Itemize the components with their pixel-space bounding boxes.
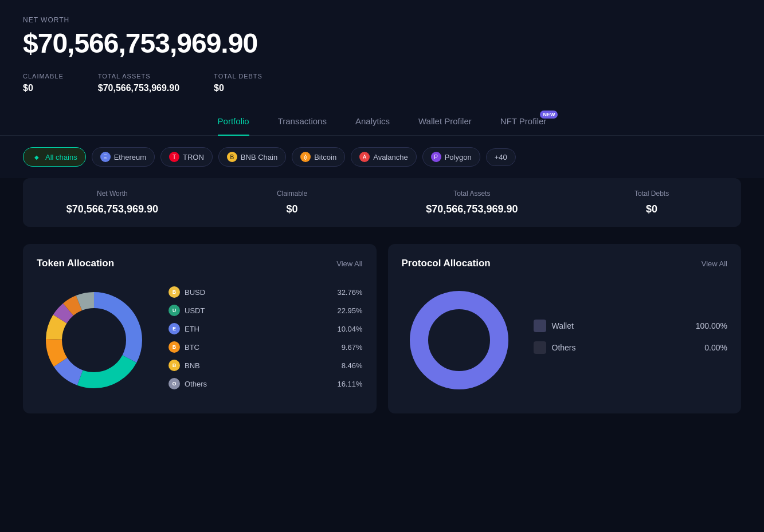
chain-label-bitcoin: Bitcoin	[314, 153, 336, 161]
token-icon: U	[169, 305, 180, 316]
token-legend-item: B BNB 8.46%	[169, 360, 363, 371]
chain-label-tron: TRON	[183, 153, 204, 161]
claimable-stat: CLAIMABLE $0	[23, 73, 64, 93]
chain-more-btn[interactable]: +40	[486, 148, 516, 166]
summary-label-0: Net Worth	[37, 190, 188, 198]
summary-value-1: $0	[217, 203, 368, 215]
token-donut-chart	[37, 283, 151, 400]
summary-cards: Net Worth $70,566,753,969.90 Claimable $…	[23, 178, 741, 227]
chain-icon-bnb: B	[227, 152, 237, 162]
chain-label-ethereum: Ethereum	[114, 153, 146, 161]
token-name: BTC	[185, 343, 337, 352]
chain-icon-tron: T	[169, 152, 179, 162]
svg-point-8	[419, 300, 499, 380]
total-debts-value: $0	[214, 83, 262, 93]
token-icon: B	[169, 286, 180, 298]
tab-nft-profiler[interactable]: NFT ProfilerNEW	[500, 116, 547, 135]
nav-tabs: PortfolioTransactionsAnalyticsWallet Pro…	[0, 105, 764, 136]
chain-icon-ethereum: Ξ	[100, 152, 111, 162]
chain-icon-avalanche: A	[359, 152, 370, 162]
chain-label-polygon: Polygon	[445, 153, 472, 161]
summary-value-3: $0	[576, 203, 727, 215]
tab-transactions[interactable]: Transactions	[278, 116, 327, 135]
token-name: ETH	[185, 325, 332, 333]
token-pct: 9.67%	[342, 343, 363, 352]
protocol-legend: Wallet 100.00% Others 0.00%	[534, 320, 728, 363]
summary-label-3: Total Debts	[576, 190, 727, 198]
protocol-view-all-btn[interactable]: View All	[702, 259, 727, 268]
total-assets-value: $70,566,753,969.90	[98, 83, 179, 93]
token-pct: 22.95%	[337, 306, 362, 315]
token-view-all-btn[interactable]: View All	[336, 259, 362, 268]
chain-btn-bitcoin[interactable]: ₿Bitcoin	[292, 147, 345, 167]
top-section: NET WORTH $70,566,753,969.90 CLAIMABLE $…	[0, 0, 764, 105]
net-worth-label: NET WORTH	[23, 16, 741, 24]
total-debts-label: TOTAL DEBTS	[214, 73, 262, 80]
chain-btn-all-chains[interactable]: ◆All chains	[23, 147, 86, 167]
chain-icon-all-chains: ◆	[32, 152, 42, 162]
token-icon: B	[169, 341, 180, 353]
tab-wallet-profiler[interactable]: Wallet Profiler	[418, 116, 472, 135]
token-icon: O	[169, 378, 180, 389]
token-allocation-title: Token Allocation	[37, 258, 114, 269]
summary-value-2: $70,566,753,969.90	[397, 203, 548, 215]
token-icon: E	[169, 323, 180, 334]
token-legend-item: E ETH 10.04%	[169, 323, 363, 334]
protocol-pct: 100.00%	[696, 321, 727, 330]
protocol-allocation-panel: Protocol Allocation View All Wallet 100.…	[388, 244, 742, 413]
chain-label-bnb: BNB Chain	[241, 153, 277, 161]
summary-label-2: Total Assets	[397, 190, 548, 198]
total-assets-label: TOTAL ASSETS	[98, 73, 179, 80]
protocol-name: Wallet	[552, 321, 690, 330]
chain-icon-polygon: P	[431, 152, 441, 162]
summary-label-1: Claimable	[217, 190, 368, 198]
total-assets-stat: TOTAL ASSETS $70,566,753,969.90	[98, 73, 179, 93]
protocol-icon	[534, 341, 546, 354]
summary-card-2: Total Assets $70,566,753,969.90	[383, 178, 562, 227]
token-pct: 10.04%	[337, 325, 362, 333]
token-legend-item: U USDT 22.95%	[169, 305, 363, 316]
chain-icon-bitcoin: ₿	[300, 152, 311, 162]
net-worth-value: $70,566,753,969.90	[23, 27, 741, 59]
claimable-value: $0	[23, 83, 64, 93]
protocol-donut-chart	[402, 283, 516, 400]
protocol-name: Others	[552, 343, 699, 352]
chain-btn-ethereum[interactable]: ΞEthereum	[92, 147, 155, 167]
chain-label-avalanche: Avalanche	[373, 153, 408, 161]
token-pct: 8.46%	[342, 361, 363, 370]
claimable-label: CLAIMABLE	[23, 73, 64, 80]
chain-btn-polygon[interactable]: PPolygon	[422, 147, 480, 167]
chain-btn-bnb[interactable]: BBNB Chain	[218, 147, 286, 167]
token-legend: B BUSD 32.76% U USDT 22.95% E ETH 10.04%…	[169, 286, 363, 396]
tab-portfolio[interactable]: Portfolio	[218, 116, 249, 135]
total-debts-stat: TOTAL DEBTS $0	[214, 73, 262, 93]
chain-label-all-chains: All chains	[45, 153, 77, 161]
summary-card-3: Total Debts $0	[562, 178, 741, 227]
token-name: Others	[185, 380, 332, 388]
token-name: BNB	[185, 361, 337, 370]
token-pct: 16.11%	[337, 380, 362, 388]
protocol-legend-item: Others 0.00%	[534, 341, 728, 354]
summary-value-0: $70,566,753,969.90	[37, 203, 188, 215]
token-legend-item: B BUSD 32.76%	[169, 286, 363, 298]
chains-row: ◆All chainsΞEthereumTTRONBBNB Chain₿Bitc…	[0, 136, 764, 178]
summary-card-0: Net Worth $70,566,753,969.90	[23, 178, 202, 227]
protocol-pct: 0.00%	[704, 343, 727, 352]
chain-btn-avalanche[interactable]: AAvalanche	[351, 147, 416, 167]
protocol-allocation-title: Protocol Allocation	[402, 258, 491, 269]
bottom-section: Token Allocation View All	[0, 244, 764, 436]
token-legend-item: B BTC 9.67%	[169, 341, 363, 353]
chain-btn-tron[interactable]: TTRON	[160, 147, 213, 167]
token-icon: B	[169, 360, 180, 371]
token-pct: 32.76%	[337, 288, 362, 297]
tab-analytics[interactable]: Analytics	[355, 116, 390, 135]
token-name: BUSD	[185, 288, 332, 297]
summary-card-1: Claimable $0	[203, 178, 382, 227]
token-legend-item: O Others 16.11%	[169, 378, 363, 389]
protocol-legend-item: Wallet 100.00%	[534, 320, 728, 332]
token-allocation-panel: Token Allocation View All	[23, 244, 377, 413]
protocol-icon	[534, 320, 546, 332]
token-name: USDT	[185, 306, 332, 315]
